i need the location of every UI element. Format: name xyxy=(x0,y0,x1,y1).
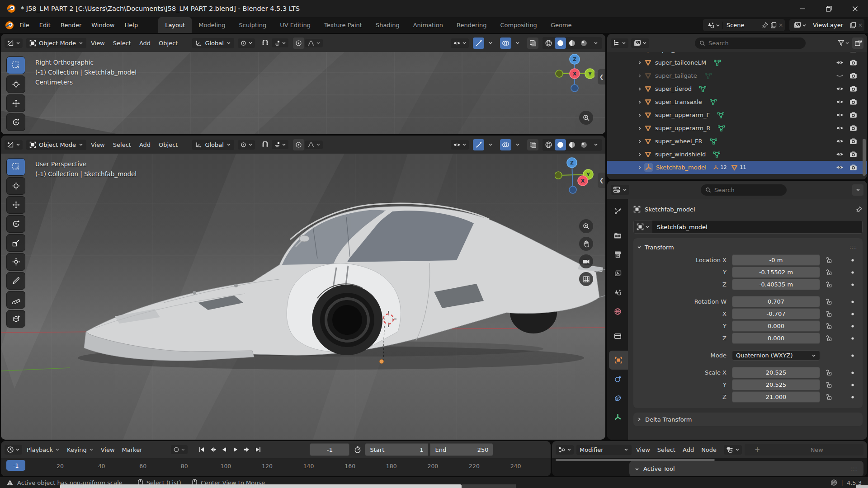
animate-dot[interactable] xyxy=(851,324,854,328)
expand-icon[interactable] xyxy=(635,61,644,65)
outliner-item-super-upperarm-f[interactable]: super_upperarm_F xyxy=(607,108,867,122)
animate-dot[interactable] xyxy=(851,395,854,399)
workspace-tab-texture-paint[interactable]: Texture Paint xyxy=(317,17,369,33)
menu-window[interactable]: Window xyxy=(86,19,119,31)
viewport-menu-object[interactable]: Object xyxy=(155,40,181,47)
properties-editor[interactable]: Search Sketchfab_model Sketchfab_model T… xyxy=(607,181,867,440)
disable-render-icon[interactable] xyxy=(849,138,857,145)
object-visibility-button[interactable] xyxy=(451,140,469,150)
expand-icon[interactable] xyxy=(635,113,644,117)
hide-viewport-icon[interactable] xyxy=(836,99,844,105)
disable-render-icon[interactable] xyxy=(849,59,857,66)
node-menu-view[interactable]: View xyxy=(632,446,654,453)
disable-render-icon[interactable] xyxy=(849,125,857,131)
properties-physics-tab[interactable] xyxy=(607,370,628,389)
properties-editor-type-button[interactable] xyxy=(611,185,629,195)
animate-dot[interactable] xyxy=(851,383,854,387)
animate-dot[interactable] xyxy=(851,283,854,286)
object-name[interactable]: super_wheel_FR xyxy=(655,138,703,145)
blender-menu-icon[interactable] xyxy=(5,20,14,30)
workspace-tab-compositing[interactable]: Compositing xyxy=(493,17,544,33)
properties-collection-tab[interactable] xyxy=(607,326,628,345)
show-overlays-button[interactable] xyxy=(500,38,511,49)
menu-edit[interactable]: Edit xyxy=(34,19,56,31)
mode-dropdown[interactable]: Object Mode xyxy=(26,140,86,150)
object-visibility-button[interactable] xyxy=(451,38,469,48)
show-overlays-button[interactable] xyxy=(500,139,511,150)
tool-annotate-button[interactable] xyxy=(6,272,25,290)
tool-box-select-button[interactable] xyxy=(6,56,25,74)
shading-dropdown-button[interactable] xyxy=(590,38,601,49)
hide-viewport-icon[interactable] xyxy=(836,125,844,131)
expand-icon[interactable] xyxy=(635,87,644,91)
node-tree-type-dropdown[interactable]: Modifier xyxy=(576,445,632,455)
value-slider[interactable]: -0 m xyxy=(732,254,820,266)
camera-view-button[interactable] xyxy=(579,254,593,268)
transform-orientation-dropdown[interactable]: Global xyxy=(192,140,234,150)
tool-cursor-button[interactable] xyxy=(6,177,25,195)
viewport-menu-view[interactable]: View xyxy=(87,141,108,148)
delta-transform-panel[interactable]: Delta Transform xyxy=(633,413,863,426)
timeline-menu-keying[interactable]: Keying xyxy=(63,446,97,453)
outliner-editor-type-button[interactable] xyxy=(611,38,628,48)
outliner-item-super-windshield[interactable]: super_windshield xyxy=(607,148,867,161)
node-menu-select[interactable]: Select xyxy=(654,446,679,453)
expand-icon[interactable] xyxy=(635,74,644,78)
jump-to-start-button[interactable] xyxy=(196,444,207,455)
viewport-menu-add[interactable]: Add xyxy=(136,141,154,148)
outliner-item-super-tierod[interactable]: super_tierod xyxy=(607,82,867,95)
properties-world-tab[interactable] xyxy=(607,302,628,321)
jump-to-end-button[interactable] xyxy=(252,444,264,455)
transform-orientation-dropdown[interactable]: Global xyxy=(192,38,234,48)
value-slider[interactable]: -0.707 xyxy=(732,308,820,319)
tool-move-button[interactable] xyxy=(6,94,25,112)
properties-object-data-tab[interactable] xyxy=(607,408,628,427)
sidebar-collapse-arrow[interactable]: ❮ xyxy=(598,173,605,188)
toggle-projection-button[interactable] xyxy=(579,272,593,286)
viewport-ortho[interactable]: Object ModeViewSelectAddObjectGlobal xyxy=(1,34,605,134)
outliner-item-super-wheel-fr[interactable]: super_wheel_FR xyxy=(607,135,867,148)
disable-render-icon[interactable] xyxy=(849,85,857,92)
restore-button[interactable] xyxy=(816,0,842,17)
node-menu-add[interactable]: Add xyxy=(679,446,698,453)
disable-render-icon[interactable] xyxy=(849,99,857,105)
shading-material-button[interactable] xyxy=(566,139,578,150)
shading-material-button[interactable] xyxy=(566,38,578,49)
viewport-menu-select[interactable]: Select xyxy=(109,40,135,47)
timeline-menu-playback[interactable]: Playback xyxy=(23,446,63,453)
workspace-tab-rendering[interactable]: Rendering xyxy=(450,17,493,33)
new-node-tree-button[interactable]: + New xyxy=(745,444,863,455)
timeline-menu-view[interactable]: View xyxy=(97,446,118,453)
tool-add-cube-button[interactable] xyxy=(6,310,25,328)
use-preview-range-icon[interactable] xyxy=(354,446,361,454)
object-name[interactable]: super_tailcone xyxy=(655,52,698,53)
minimize-button[interactable] xyxy=(789,0,816,17)
hide-viewport-icon[interactable] xyxy=(836,85,844,92)
current-frame-field[interactable]: -1 xyxy=(310,443,349,456)
outliner-list[interactable]: super_tailconesuper_tailconeLMsuper_tail… xyxy=(607,52,867,179)
current-frame-badge[interactable]: -1 xyxy=(6,460,25,471)
play-button[interactable] xyxy=(230,444,241,455)
navigation-gizmo[interactable]: ZYX xyxy=(555,54,594,94)
viewport-perspective-scene[interactable]: User Perspective(-1) Collection | Sketch… xyxy=(1,154,605,440)
menu-help[interactable]: Help xyxy=(120,19,143,31)
shading-solid-button[interactable] xyxy=(555,38,566,49)
new-collection-button[interactable] xyxy=(852,38,863,49)
properties-scene-tab[interactable] xyxy=(607,283,628,302)
previous-keyframe-button[interactable] xyxy=(207,444,218,455)
animate-dot[interactable] xyxy=(851,258,854,262)
viewport-editor-type-button[interactable] xyxy=(5,140,23,150)
close-button[interactable] xyxy=(842,0,868,17)
outliner[interactable]: Search super_tailconesuper_tailconeLMsup… xyxy=(607,34,867,179)
object-name-field[interactable]: Sketchfab_model xyxy=(633,220,863,234)
tool-rotate-button[interactable] xyxy=(6,113,25,131)
viewport-menu-add[interactable]: Add xyxy=(136,40,154,47)
lock-icon[interactable] xyxy=(826,298,832,305)
expand-icon[interactable] xyxy=(635,152,644,157)
viewport-menu-select[interactable]: Select xyxy=(109,141,135,148)
outliner-item-super-tailcone[interactable]: super_tailcone xyxy=(607,52,867,56)
viewlayer-name[interactable]: ViewLayer xyxy=(809,22,848,28)
rotation-mode-dropdown[interactable]: Quaternion (WXYZ) xyxy=(732,350,820,361)
expand-icon[interactable] xyxy=(635,100,644,104)
shading-rendered-button[interactable] xyxy=(578,139,590,150)
